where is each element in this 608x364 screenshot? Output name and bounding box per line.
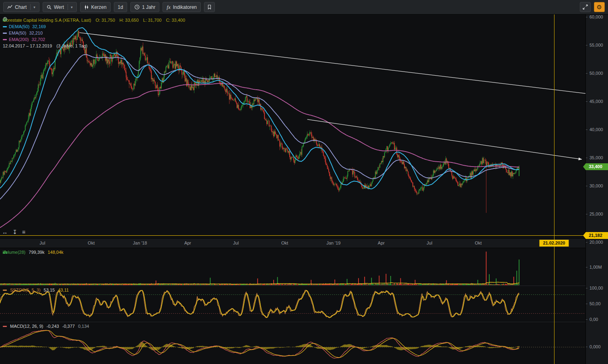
last-price-badge: 33,400 (583, 163, 608, 170)
macd-value: -0,243 (47, 324, 59, 329)
scale-options-icon[interactable]: ≡ (22, 229, 25, 235)
ema50-value: 32,210 (29, 31, 43, 35)
axis-tick-label: 45,000 (586, 99, 608, 104)
volume-chart-canvas[interactable] (0, 248, 585, 286)
expand-arrows-icon (583, 4, 588, 10)
sstoc-swatch (3, 290, 7, 291)
axis-tick-label: 0,00 (586, 317, 608, 322)
sstoc-legend[interactable]: SSTOC(5, 5, 3) 53,15 43,11 (3, 288, 69, 292)
sstoc-panel[interactable]: SSTOC(5, 5, 3) 53,15 43,11 (0, 286, 585, 322)
clock-icon (134, 4, 140, 10)
time-axis-tick: Apr (184, 241, 191, 245)
ema50-label: EMA(50) (9, 31, 26, 35)
dema-legend-row[interactable]: DEMA(50) 32,169 (3, 23, 185, 30)
resize-chart-button[interactable] (580, 2, 591, 12)
horizontal-line-badge[interactable]: 21,182 (583, 232, 608, 239)
macd-swatch (3, 326, 7, 327)
time-range-label: 1 Jahr (142, 4, 155, 10)
sstoc-chart-canvas[interactable] (0, 286, 585, 322)
volume-icon (3, 250, 7, 254)
time-axis-tick: Jan '18 (133, 241, 147, 245)
settings-button[interactable]: ⚙ (594, 2, 605, 12)
indicators-label: Indikatoren (173, 4, 197, 10)
time-axis-tick: Jul (39, 241, 45, 245)
macd-hist-value: 0,134 (78, 324, 89, 329)
axis-tick-label: 20,000 (586, 240, 608, 245)
macd-signal-value: -0,377 (62, 324, 75, 329)
chart-menu-button[interactable]: Chart ▾ (3, 2, 39, 12)
symbol-legend-row[interactable]: Corestate Capital Holding S.A (XETRA, La… (3, 17, 185, 23)
chevron-down-icon: ▾ (30, 4, 35, 10)
axis-tick-label: 50,000 (586, 71, 608, 76)
ema200-label: EMA(200) (9, 37, 29, 42)
ema200-legend-row[interactable]: EMA(200) 32,702 (3, 36, 185, 43)
chart-menu-label: Chart (15, 4, 27, 10)
chart-tools: ↔ ↧ ≡ (2, 229, 25, 235)
dema-label: DEMA(50) (9, 24, 29, 29)
snap-to-price-icon[interactable]: ↧ (12, 229, 17, 235)
date-range-note: (3 Jahre, 1 Tag) (56, 43, 87, 48)
axis-tick-label: 1,00M (586, 265, 608, 269)
bookmark-icon (207, 4, 212, 10)
dema-swatch (3, 26, 7, 27)
ohlc-close: C: 33,400 (166, 18, 185, 23)
price-axis-column[interactable]: 33,400 21,182 60,00055,00050,00045,00040… (585, 14, 608, 364)
volume-ma-value: 148,04k (47, 250, 63, 255)
instrument-title: Corestate Capital Holding S.A (XETRA, La… (3, 18, 91, 23)
ema200-value: 32,702 (32, 37, 45, 42)
toolbar: Chart ▾ Wert ▾ Kerzen 1d 1 Jahr fx Indik… (0, 0, 608, 14)
macd-panel[interactable]: MACD(12, 26, 9) -0,243 -0,377 0,134 (0, 322, 585, 364)
sstoc-label: SSTOC(5, 5, 3) (10, 288, 41, 292)
chevron-down-icon: ▾ (68, 4, 73, 10)
time-axis-tick: Okt (88, 241, 95, 245)
instrument-search-label: Wert (54, 4, 64, 10)
macd-legend[interactable]: MACD(12, 26, 9) -0,243 -0,377 0,134 (3, 324, 89, 329)
time-axis[interactable]: 21.02.2020 JulOktJan '18AprJulOktJan '19… (0, 238, 585, 248)
dema-value: 32,169 (32, 24, 46, 29)
date-range-text: 12.04.2017 – 17.12.2019 (3, 43, 52, 48)
axis-tick-label: 60,000 (586, 14, 608, 19)
axis-tick-label: 50,00 (586, 301, 608, 306)
time-axis-tick: Jul (233, 241, 239, 245)
volume-legend[interactable]: Volume(28) 799,39k 148,04k (3, 250, 64, 255)
axis-tick-label: 55,000 (586, 43, 608, 47)
fx-icon: fx (167, 4, 170, 10)
sstoc-d-value: 43,11 (58, 288, 69, 292)
price-legend: Corestate Capital Holding S.A (XETRA, La… (3, 17, 185, 49)
instrument-search-button[interactable]: Wert ▾ (43, 2, 77, 12)
time-axis-tick: Okt (281, 241, 288, 245)
time-axis-tick: Okt (475, 241, 482, 245)
chart-style-button[interactable]: Kerzen (80, 2, 111, 12)
pan-horizontal-icon[interactable]: ↔ (2, 229, 8, 235)
time-range-button[interactable]: 1 Jahr (130, 2, 159, 12)
time-axis-tick: Jul (427, 241, 432, 245)
price-panel[interactable]: Corestate Capital Holding S.A (XETRA, La… (0, 14, 585, 238)
ohlc-low: L: 31,700 (143, 18, 162, 23)
trading-chart-app: Chart ▾ Wert ▾ Kerzen 1d 1 Jahr fx Indik… (0, 0, 608, 364)
ohlc-high: H: 33,650 (120, 18, 139, 23)
time-axis-tick: Apr (378, 241, 385, 245)
axis-tick-label: 0,000 (586, 344, 608, 349)
ohlc-open: O: 31,750 (95, 18, 115, 23)
date-range-row[interactable]: 12.04.2017 – 17.12.2019 (3 Jahre, 1 Tag) (3, 43, 185, 49)
axis-tick-label: 25,000 (586, 212, 608, 216)
macd-label: MACD(12, 26, 9) (10, 324, 43, 329)
ema200-swatch (3, 39, 7, 40)
bookmark-button[interactable] (204, 2, 215, 12)
time-axis-tick: Jan '19 (326, 241, 340, 245)
axis-tick-label: 100,00 (586, 286, 608, 290)
marker-date-badge[interactable]: 21.02.2020 (539, 240, 569, 247)
volume-panel[interactable]: Volume(28) 799,39k 148,04k (0, 248, 585, 286)
ema50-swatch (3, 33, 7, 34)
gear-icon: ⚙ (597, 4, 602, 10)
candlestick-icon (84, 5, 89, 10)
ema50-legend-row[interactable]: EMA(50) 32,210 (3, 30, 185, 36)
search-icon (47, 5, 52, 10)
interval-button[interactable]: 1d (114, 2, 127, 12)
axis-tick-label: 35,000 (586, 155, 608, 160)
indicators-button[interactable]: fx Indikatoren (163, 2, 201, 12)
chart-plot-column: Corestate Capital Holding S.A (XETRA, La… (0, 14, 585, 364)
sstoc-k-value: 53,15 (44, 288, 55, 292)
clock-icon (3, 17, 7, 21)
axis-tick-label: 30,000 (586, 183, 608, 188)
